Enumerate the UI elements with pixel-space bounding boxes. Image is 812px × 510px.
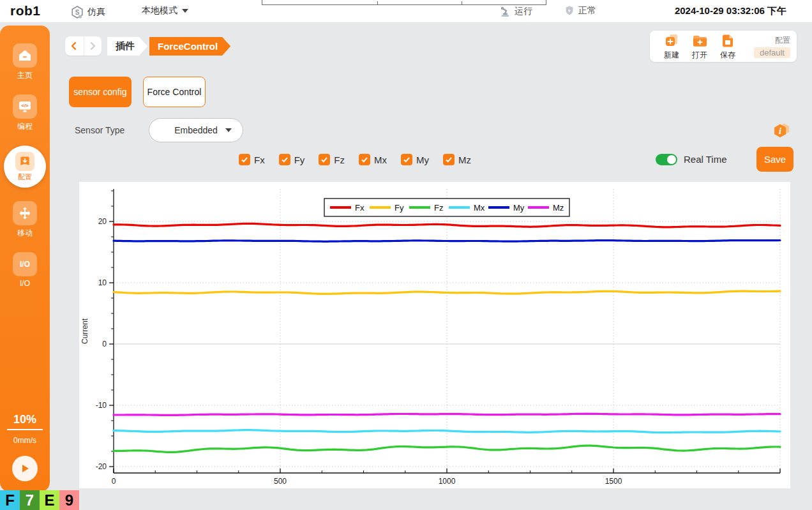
remnant-tick	[377, 1, 378, 4]
sensor-type-select[interactable]: Embedded	[149, 118, 243, 142]
app-logo: rob1	[10, 3, 41, 19]
breadcrumb-forcecontrol[interactable]: ForceControl	[149, 37, 230, 56]
simulation-indicator[interactable]: S 仿真	[70, 5, 105, 19]
sensor-type-value: Embedded	[174, 125, 218, 135]
info-button[interactable]: i	[770, 119, 792, 141]
robot-run-icon	[499, 5, 511, 18]
checkbox-label: My	[416, 154, 429, 165]
legend-label: My	[513, 203, 525, 213]
file-toolbar: 新建 打开 保存 配置 default	[650, 31, 797, 62]
config-selector[interactable]: 配置 default	[754, 35, 790, 58]
captcha-char: 9	[59, 490, 79, 510]
chevron-left-icon	[70, 41, 79, 51]
checkbox-checked-icon	[239, 154, 250, 165]
open-button-label: 打开	[692, 50, 707, 61]
code-icon: </>	[13, 94, 37, 119]
home-icon	[13, 43, 37, 68]
linear-speed: 0mm/s	[13, 436, 36, 445]
x-tick-label: 1500	[605, 477, 622, 486]
forward-button[interactable]	[84, 36, 102, 56]
history-nav	[65, 36, 102, 56]
speed-percent[interactable]: 10%	[7, 413, 43, 430]
checkbox-checked-icon	[359, 154, 370, 165]
sidebar-item-home[interactable]: 主页	[13, 43, 37, 81]
config-value-badge[interactable]: default	[754, 47, 790, 58]
health-status[interactable]: 正常	[564, 5, 596, 17]
captcha-char: F	[0, 490, 20, 510]
sidebar-item-move[interactable]: 移动	[13, 201, 37, 239]
y-tick-label: -20	[96, 462, 107, 471]
info-hexagon-icon: i	[770, 119, 792, 141]
folder-plus-icon	[691, 33, 708, 49]
play-button[interactable]	[12, 456, 38, 481]
shield-icon	[564, 5, 575, 17]
io-icon: I/O	[13, 252, 37, 276]
mode-label: 本地模式	[142, 5, 177, 17]
open-button[interactable]: 打开	[686, 33, 714, 61]
chart-legend: FxFyFzMxMyMz	[324, 199, 569, 216]
run-label: 运行	[515, 6, 532, 17]
checkbox-fy[interactable]: Fy	[279, 154, 305, 165]
tab-force-control[interactable]: Force Control	[143, 77, 206, 107]
play-icon	[19, 463, 31, 474]
run-status[interactable]: 运行	[499, 5, 532, 18]
series-Fy	[114, 291, 780, 294]
sidebar-item-label: 编程	[17, 121, 33, 132]
checkbox-mx[interactable]: Mx	[359, 154, 387, 165]
sidebar-item-programming[interactable]: </> 编程	[13, 94, 37, 132]
realtime-label: Real Time	[684, 154, 727, 165]
y-tick-label: 20	[98, 217, 107, 226]
legend-label: Fz	[434, 203, 443, 213]
datetime-display: 2024-10-29 03:32:06 下午	[675, 5, 786, 17]
file-plus-icon	[663, 33, 680, 49]
checkbox-label: Mx	[374, 154, 387, 165]
tab-sensor-config[interactable]: sensor config	[69, 77, 132, 107]
app-screen: rob1 S 仿真 本地模式 运行	[0, 0, 812, 510]
save-button[interactable]: Save	[756, 147, 793, 172]
sidebar-item-io[interactable]: I/O I/O	[13, 252, 37, 288]
sidebar-item-label: 主页	[17, 70, 33, 81]
checkbox-fz[interactable]: Fz	[319, 154, 345, 165]
svg-text:</>: </>	[21, 103, 29, 109]
sidebar-item-config[interactable]: 配置	[4, 146, 46, 188]
new-button-label: 新建	[664, 50, 679, 61]
checkbox-fx[interactable]: Fx	[239, 154, 265, 165]
series-Mz	[114, 414, 780, 415]
checkbox-my[interactable]: My	[401, 154, 429, 165]
x-tick-label: 500	[274, 477, 287, 486]
realtime-toggle[interactable]	[656, 154, 677, 165]
chevron-down-icon	[182, 9, 188, 13]
remnant-tick	[462, 1, 462, 4]
axis-checkbox-row: Fx Fy Fz Mx My Mz	[239, 154, 471, 165]
legend-label: Fx	[355, 203, 365, 213]
y-tick-label: 0	[102, 340, 107, 349]
checkbox-checked-icon	[279, 154, 290, 165]
checkbox-label: Mz	[458, 154, 471, 165]
back-button[interactable]	[65, 36, 84, 56]
chevron-right-icon	[88, 41, 97, 51]
captcha-char: E	[40, 490, 59, 510]
new-button[interactable]: 新建	[658, 33, 686, 61]
x-tick-label: 1000	[439, 477, 456, 486]
checkbox-checked-icon	[443, 154, 455, 165]
save-file-button-label: 保存	[720, 50, 735, 61]
legend-label: Mx	[474, 203, 485, 213]
breadcrumb-plugin[interactable]: 插件	[107, 37, 147, 56]
legend-label: Fy	[395, 203, 404, 213]
io-icon-text: I/O	[20, 260, 30, 269]
save-file-button[interactable]: 保存	[714, 33, 742, 61]
status-label: 正常	[578, 5, 596, 17]
mode-dropdown[interactable]: 本地模式	[142, 5, 188, 17]
checkbox-label: Fx	[254, 154, 265, 165]
checkbox-checked-icon	[401, 154, 412, 165]
checkbox-mz[interactable]: Mz	[443, 154, 471, 165]
svg-text:i: i	[779, 126, 781, 136]
captcha-strip: F 7 E 9	[0, 490, 79, 510]
series-My	[114, 241, 780, 242]
checkbox-label: Fz	[334, 154, 345, 165]
simulation-label: 仿真	[87, 6, 105, 18]
chart-axes: -20-1001020050010001500Current	[80, 189, 780, 486]
series-Mx	[114, 430, 780, 433]
y-tick-label: -10	[96, 401, 107, 410]
svg-text:S: S	[75, 9, 80, 16]
